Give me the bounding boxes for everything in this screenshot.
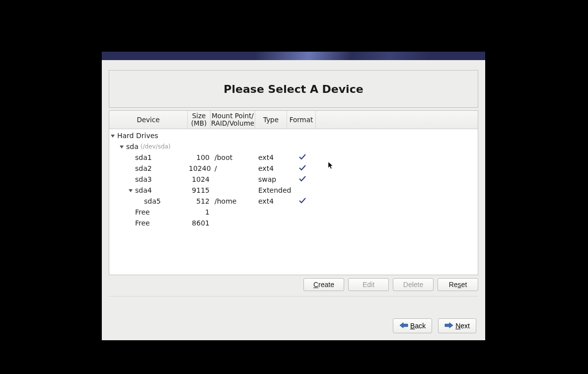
arrow-right-icon bbox=[444, 322, 453, 330]
device-name: Free bbox=[135, 208, 150, 216]
mount-cell: / bbox=[212, 164, 256, 172]
header-banner bbox=[102, 52, 485, 60]
installer-window: Please Select A Device Device Size (MB) … bbox=[102, 52, 485, 340]
format-cell bbox=[288, 197, 317, 206]
device-name: sda3 bbox=[135, 175, 152, 183]
mount-cell: /boot bbox=[212, 153, 256, 161]
title-panel: Please Select A Device bbox=[109, 70, 478, 108]
svg-marker-4 bbox=[445, 322, 453, 328]
check-icon bbox=[298, 197, 306, 206]
reset-button[interactable]: Reset bbox=[438, 278, 478, 291]
expander-icon[interactable] bbox=[119, 143, 124, 150]
svg-marker-3 bbox=[400, 322, 408, 328]
table-row[interactable]: sda49115Extended bbox=[109, 185, 478, 196]
size-cell: 1 bbox=[189, 208, 212, 216]
size-cell: 10240 bbox=[189, 164, 212, 172]
format-cell bbox=[288, 153, 317, 162]
table-row[interactable]: sda1100/bootext4 bbox=[109, 152, 478, 163]
type-cell: ext4 bbox=[256, 164, 288, 172]
col-header-mount[interactable]: Mount Point/ RAID/Volume bbox=[211, 111, 255, 129]
col-header-spacer bbox=[316, 111, 478, 129]
check-icon bbox=[298, 175, 306, 184]
arrow-left-icon bbox=[399, 322, 408, 330]
device-name: sda1 bbox=[135, 153, 152, 161]
col-header-device[interactable]: Device bbox=[109, 111, 188, 129]
device-name: Free bbox=[135, 219, 150, 227]
table-row[interactable]: Free1 bbox=[109, 207, 478, 218]
delete-button[interactable]: Delete bbox=[393, 278, 434, 291]
format-cell bbox=[288, 164, 317, 173]
tree-row-disk[interactable]: sda (/dev/sda) bbox=[109, 141, 478, 152]
table-body: Hard Drives sda (/dev/sda) sda1100/boote… bbox=[109, 129, 478, 275]
expander-icon[interactable] bbox=[128, 186, 133, 194]
size-cell: 9115 bbox=[189, 186, 212, 194]
svg-marker-0 bbox=[111, 135, 115, 138]
page-title: Please Select A Device bbox=[223, 83, 363, 95]
tree-row-hard-drives[interactable]: Hard Drives bbox=[109, 130, 478, 141]
table-row[interactable]: sda31024swap bbox=[109, 174, 478, 185]
size-cell: 100 bbox=[189, 153, 212, 161]
disk-path: (/dev/sda) bbox=[141, 143, 171, 150]
svg-marker-2 bbox=[129, 189, 133, 192]
size-cell: 8601 bbox=[189, 219, 212, 227]
type-cell: Extended bbox=[256, 186, 288, 194]
content-area: Please Select A Device Device Size (MB) … bbox=[102, 60, 485, 340]
format-cell bbox=[288, 175, 317, 184]
type-cell: ext4 bbox=[256, 197, 288, 205]
device-name: sda2 bbox=[135, 164, 152, 172]
check-icon bbox=[298, 164, 306, 173]
back-button[interactable]: Back bbox=[393, 318, 432, 333]
type-cell: ext4 bbox=[256, 153, 288, 161]
col-header-size[interactable]: Size (MB) bbox=[188, 111, 211, 129]
partition-table: Device Size (MB) Mount Point/ RAID/Volum… bbox=[109, 110, 478, 275]
table-row[interactable]: Free8601 bbox=[109, 218, 478, 228]
action-button-row: Create Edit Delete Reset bbox=[109, 278, 478, 291]
svg-marker-1 bbox=[120, 146, 124, 149]
divider bbox=[109, 296, 478, 297]
create-button[interactable]: Create bbox=[303, 278, 344, 291]
device-name: sda4 bbox=[135, 186, 152, 194]
table-header: Device Size (MB) Mount Point/ RAID/Volum… bbox=[109, 111, 478, 129]
type-cell: swap bbox=[256, 175, 288, 183]
col-header-format[interactable]: Format bbox=[287, 111, 316, 129]
size-cell: 512 bbox=[189, 197, 212, 205]
col-header-type[interactable]: Type bbox=[255, 111, 287, 129]
next-button[interactable]: Next bbox=[438, 318, 476, 333]
mount-cell: /home bbox=[212, 197, 256, 205]
size-cell: 1024 bbox=[189, 175, 212, 183]
expander-icon[interactable] bbox=[110, 132, 115, 140]
edit-button[interactable]: Edit bbox=[348, 278, 389, 291]
table-row[interactable]: sda5512/homeext4 bbox=[109, 196, 478, 207]
check-icon bbox=[298, 153, 306, 162]
disk-name: sda bbox=[126, 143, 139, 150]
tree-label: Hard Drives bbox=[117, 132, 158, 140]
nav-button-row: Back Next bbox=[109, 318, 478, 333]
device-name: sda5 bbox=[144, 197, 161, 205]
table-row[interactable]: sda210240/ext4 bbox=[109, 163, 478, 174]
